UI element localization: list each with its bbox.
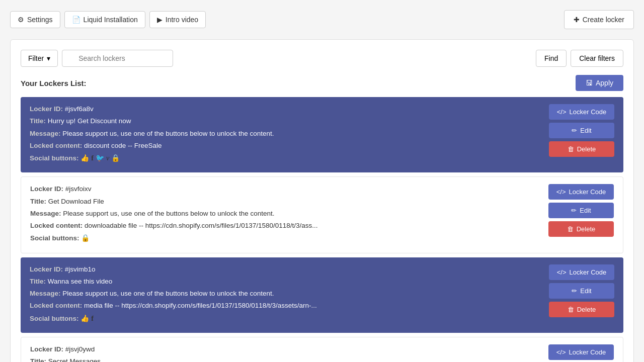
find-button[interactable]: Find	[536, 50, 567, 67]
social-buttons: 🔒	[81, 233, 90, 243]
locker-code-button[interactable]: </> Locker Code	[549, 264, 614, 280]
locker-social-label: Social buttons:	[30, 315, 79, 322]
code-icon: </>	[556, 348, 566, 356]
code-icon: </>	[557, 268, 567, 276]
locker-row: Locker ID: #jsvimb1o Title: Wanna see th…	[30, 264, 614, 326]
search-bar: Filter ▾ 🔍 Find Clear filters	[21, 50, 623, 67]
locker-id-label: Locker ID:	[30, 265, 63, 273]
locker-message-value: Please support us, use one of the button…	[62, 290, 274, 297]
locker-title-value: Get Download File	[48, 198, 104, 205]
locker-social-label: Social buttons:	[30, 234, 79, 242]
vimeo-icon: v	[106, 153, 109, 163]
search-input[interactable]	[62, 50, 173, 67]
social-icon: 🔒	[81, 233, 90, 243]
filter-button[interactable]: Filter ▾	[21, 50, 58, 67]
delete-button[interactable]: 🗑 Delete	[548, 221, 614, 237]
locker-id-value: #jsvj0ywd	[65, 345, 95, 353]
locker-content-field: Locked content: media file -- https://cd…	[30, 301, 539, 311]
locker-id-value: #jsvf6a8v	[65, 105, 94, 113]
locker-id-label: Locker ID:	[30, 185, 63, 193]
delete-label: Delete	[577, 225, 596, 233]
trash-icon: 🗑	[568, 306, 574, 313]
locker-info: Locker ID: #jsvfoixv Title: Get Download…	[30, 184, 538, 245]
social-buttons: 👍f🐦v🔒	[80, 153, 120, 163]
settings-button[interactable]: ⚙ Settings	[10, 11, 60, 28]
locker-actions: </> Locker Code ✏ Edit 🗑 Delete	[549, 104, 614, 157]
locker-message-field: Message: Please support us, use one of t…	[30, 129, 539, 139]
main-panel: Filter ▾ 🔍 Find Clear filters Your Locke…	[10, 39, 634, 362]
intro-button[interactable]: ▶ Intro video	[149, 11, 206, 28]
edit-button[interactable]: ✏ Edit	[549, 123, 614, 138]
locker-id-field: Locker ID: #jsvf6a8v	[30, 104, 539, 114]
locker-social-field: Social buttons: 🔒	[30, 233, 538, 243]
search-wrapper: 🔍	[62, 50, 532, 67]
find-label: Find	[544, 54, 558, 62]
locker-social-field: Social buttons: 👍f	[30, 313, 539, 324]
locker-item: Locker ID: #jsvf6a8v Title: Hurry up! Ge…	[21, 97, 623, 172]
locker-code-button[interactable]: </> Locker Code	[549, 104, 614, 120]
edit-label: Edit	[580, 287, 591, 295]
apply-button[interactable]: 🖫 Apply	[576, 75, 623, 91]
locker-content-value: discount code -- FreeSale	[84, 142, 162, 149]
locker-actions: </> Locker Code ✏ Edit 🗑 Delete	[548, 184, 614, 237]
locker-id-field: Locker ID: #jsvimb1o	[30, 264, 539, 275]
locker-id-label: Locker ID:	[30, 345, 63, 353]
locker-item: Locker ID: #jsvj0ywd Title: Secret Messa…	[21, 337, 623, 362]
locker-code-label: Locker Code	[569, 188, 606, 196]
edit-label: Edit	[580, 127, 591, 134]
liquid-button[interactable]: 📄 Liquid Installation	[64, 11, 145, 28]
locker-message-label: Message:	[30, 130, 61, 137]
locker-code-button[interactable]: </> Locker Code	[548, 344, 614, 360]
locker-title-field: Title: Hurry up! Get Discount now	[30, 116, 539, 126]
locker-message-field: Message: Please support us, use one of t…	[30, 209, 538, 219]
locker-actions: </> Locker Code ✏ Edit 🗑 Delete	[548, 344, 614, 362]
locker-message-label: Message:	[30, 210, 61, 217]
facebook-icon: f	[91, 153, 94, 163]
locker-item: Locker ID: #jsvfoixv Title: Get Download…	[21, 176, 623, 253]
locker-id-value: #jsvimb1o	[65, 265, 96, 273]
trash-icon: 🗑	[567, 225, 574, 233]
locker-content-label: Locked content:	[30, 142, 82, 149]
apply-icon: 🖫	[586, 79, 593, 87]
locker-content-field: Locked content: discount code -- FreeSal…	[30, 141, 539, 151]
social-icon: 👍	[80, 153, 89, 163]
list-title: Your Lockers List:	[21, 79, 87, 87]
locker-social-field: Social buttons: 👍f🐦v🔒	[30, 153, 539, 163]
delete-label: Delete	[577, 145, 596, 153]
delete-button[interactable]: 🗑 Delete	[549, 141, 614, 157]
settings-icon: ⚙	[18, 16, 24, 24]
edit-button[interactable]: ✏ Edit	[548, 203, 614, 218]
locker-code-label: Locker Code	[570, 268, 607, 276]
edit-button[interactable]: ✏ Edit	[549, 283, 614, 299]
list-header: Your Lockers List: 🖫 Apply	[21, 75, 623, 91]
edit-icon: ✏	[572, 127, 577, 134]
locker-row: Locker ID: #jsvf6a8v Title: Hurry up! Ge…	[30, 104, 614, 165]
locker-title-field: Title: Secret Messages	[30, 356, 538, 362]
locker-code-label: Locker Code	[569, 348, 606, 356]
locker-title-value: Wanna see this video	[48, 278, 113, 285]
edit-label: Edit	[580, 207, 591, 214]
locker-id-label: Locker ID:	[30, 105, 63, 113]
locker-list: Locker ID: #jsvf6a8v Title: Hurry up! Ge…	[21, 97, 623, 362]
code-icon: </>	[557, 108, 567, 116]
chevron-down-icon: ▾	[47, 54, 50, 62]
locker-title-label: Title:	[30, 117, 46, 125]
locker-message-field: Message: Please support us, use one of t…	[30, 289, 539, 299]
locker-row: Locker ID: #jsvj0ywd Title: Secret Messa…	[30, 344, 614, 362]
top-bar: ⚙ Settings 📄 Liquid Installation ▶ Intro…	[10, 10, 634, 29]
locker-code-button[interactable]: </> Locker Code	[548, 184, 614, 200]
locker-title-field: Title: Wanna see this video	[30, 277, 539, 287]
locker-content-label: Locked content:	[30, 222, 83, 229]
locker-content-label: Locked content:	[30, 302, 82, 309]
clear-filters-button[interactable]: Clear filters	[571, 50, 623, 67]
delete-button[interactable]: 🗑 Delete	[549, 302, 614, 317]
locker-id-field: Locker ID: #jsvfoixv	[30, 184, 538, 194]
locker-info: Locker ID: #jsvf6a8v Title: Hurry up! Ge…	[30, 104, 539, 165]
code-icon: </>	[556, 188, 566, 196]
locker-title-value: Hurry up! Get Discount now	[48, 117, 131, 125]
locker-title-value: Secret Messages	[48, 357, 101, 362]
social-buttons: 👍f	[80, 313, 94, 324]
locker-id-value: #jsvfoixv	[65, 185, 92, 193]
create-locker-button[interactable]: ✚ Create locker	[564, 10, 634, 29]
social-icon: 🔒	[111, 153, 120, 163]
